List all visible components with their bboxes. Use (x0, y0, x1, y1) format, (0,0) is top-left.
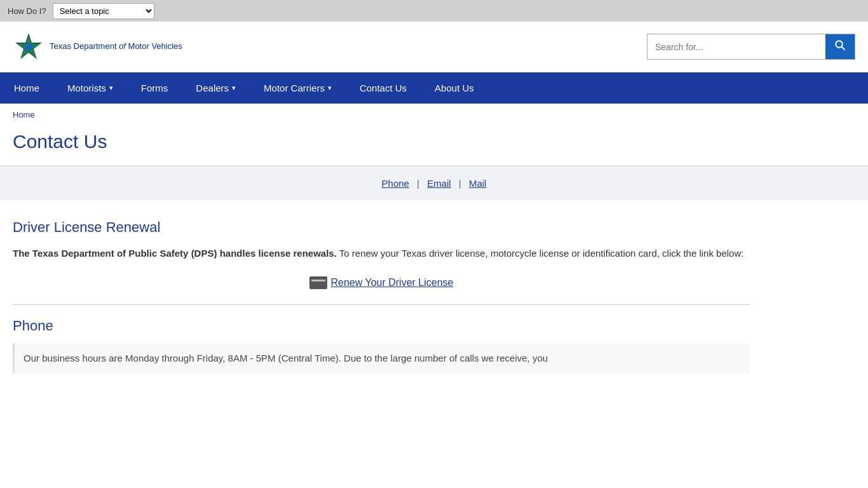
header: Texas Department of Motor Vehicles (0, 22, 868, 72)
phone-link[interactable]: Phone (382, 178, 409, 189)
driver-license-body: The Texas Department of Public Safety (D… (13, 246, 750, 261)
card-icon (309, 276, 327, 289)
nav-item-forms[interactable]: Forms (127, 72, 182, 104)
renew-link-label: Renew Your Driver License (331, 277, 454, 288)
sep2: | (459, 178, 461, 189)
search-box (647, 34, 855, 60)
search-button[interactable] (825, 34, 855, 59)
search-input[interactable] (648, 37, 825, 57)
breadcrumb-home-link[interactable]: Home (13, 110, 35, 119)
dealers-arrow-icon: ▾ (232, 84, 236, 92)
driver-license-bold-text: The Texas Department of Public Safety (D… (13, 248, 337, 259)
email-link[interactable]: Email (427, 178, 451, 189)
svg-point-3 (836, 41, 843, 48)
how-do-i-label: How Do I? (8, 6, 46, 16)
mail-link[interactable]: Mail (469, 178, 487, 189)
svg-point-2 (24, 43, 33, 51)
search-icon (834, 39, 846, 51)
sep1: | (417, 178, 419, 189)
main-content: Driver License Renewal The Texas Departm… (0, 200, 763, 386)
nav-item-home[interactable]: Home (0, 72, 53, 104)
renew-link-container: Renew Your Driver License (13, 276, 750, 292)
phone-section-title: Phone (13, 318, 750, 334)
quick-links-bar: Phone | Email | Mail (0, 166, 868, 200)
logo-text: Texas Department of Motor Vehicles (50, 41, 182, 52)
motor-carriers-arrow-icon: ▾ (328, 84, 332, 92)
topic-select[interactable]: Select a topicRegister a VehicleGet a Dr… (53, 3, 154, 19)
page-title: Contact Us (13, 131, 855, 152)
phone-section-body: Our business hours are Monday through Fr… (13, 343, 750, 374)
main-nav: Home Motorists ▾ Forms Dealers ▾ Motor C… (0, 72, 868, 104)
renew-driver-license-link[interactable]: Renew Your Driver License (309, 276, 454, 289)
svg-line-4 (841, 46, 844, 50)
page-title-section: Contact Us (0, 126, 868, 166)
nav-item-contact-us[interactable]: Contact Us (346, 72, 421, 104)
breadcrumb: Home (0, 104, 868, 126)
section-divider (13, 304, 750, 305)
top-bar: How Do I? Select a topicRegister a Vehic… (0, 0, 868, 22)
motorists-arrow-icon: ▾ (109, 84, 113, 92)
nav-item-dealers[interactable]: Dealers ▾ (182, 72, 250, 104)
logo-star-icon (13, 31, 44, 63)
nav-item-about-us[interactable]: About Us (421, 72, 488, 104)
logo: Texas Department of Motor Vehicles (13, 31, 182, 63)
nav-item-motorists[interactable]: Motorists ▾ (53, 72, 127, 104)
driver-license-body-text: To renew your Texas driver license, moto… (339, 248, 744, 259)
nav-item-motor-carriers[interactable]: Motor Carriers ▾ (250, 72, 346, 104)
driver-license-section-title: Driver License Renewal (13, 219, 750, 236)
